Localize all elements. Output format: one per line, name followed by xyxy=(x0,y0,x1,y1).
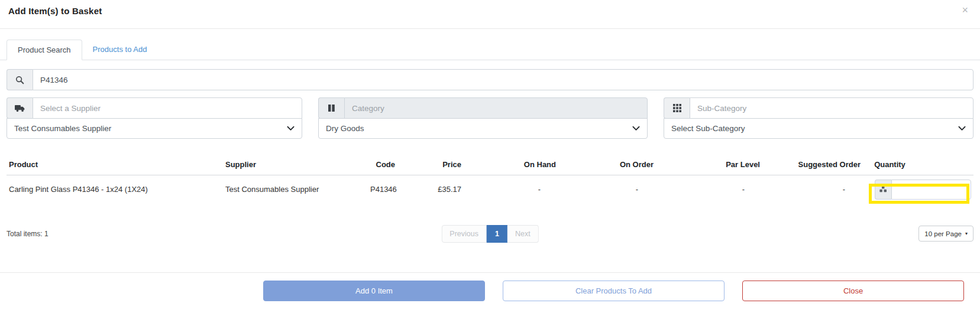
category-select-value: Dry Goods xyxy=(326,124,364,133)
table-header-row: Product Supplier Code Price On Hand On O… xyxy=(7,155,973,175)
cell-quantity xyxy=(863,175,973,204)
supplier-select-value: Test Consumables Supplier xyxy=(14,124,111,133)
tab-bar: Product Search Products to Add xyxy=(0,40,980,60)
cell-supplier: Test Consumables Supplier xyxy=(223,175,368,204)
subcategory-search-group xyxy=(664,97,973,119)
category-search-input xyxy=(344,97,648,119)
chevron-down-icon xyxy=(958,126,966,131)
subcategory-select-value: Select Sub-Category xyxy=(671,124,745,133)
supplier-search-input[interactable] xyxy=(33,97,302,119)
pagination-next-button[interactable]: Next xyxy=(507,225,539,243)
col-header-suggested-order: Suggested Order xyxy=(762,155,863,175)
footer-divider xyxy=(0,272,980,273)
header-divider xyxy=(0,28,980,29)
cell-par-level: - xyxy=(656,175,762,204)
subcategory-select[interactable]: Select Sub-Category xyxy=(664,118,973,139)
supplier-select[interactable]: Test Consumables Supplier xyxy=(7,118,302,139)
cubes-icon xyxy=(875,180,891,200)
cell-on-order: - xyxy=(558,175,656,204)
cell-price: £35.17 xyxy=(397,175,464,204)
search-icon xyxy=(7,69,33,90)
col-header-quantity: Quantity xyxy=(863,155,973,175)
subcategory-filter: Select Sub-Category xyxy=(664,97,973,139)
modal-header: Add Item(s) to Basket × xyxy=(0,0,980,28)
col-header-on-hand: On Hand xyxy=(464,155,558,175)
page-size-dropdown[interactable]: 10 per Page ▾ xyxy=(918,226,973,242)
category-filter: Dry Goods xyxy=(318,97,648,139)
cell-product: Carling Pint Glass P41346 - 1x24 (1X24) xyxy=(7,175,223,204)
category-select[interactable]: Dry Goods xyxy=(318,118,648,139)
caret-down-icon: ▾ xyxy=(965,231,968,236)
col-header-par-level: Par Level xyxy=(656,155,762,175)
filters-row: Test Consumables Supplier Dry Goods Sele… xyxy=(7,97,973,139)
subcategory-search-input[interactable] xyxy=(690,97,973,119)
product-search-bar xyxy=(7,69,973,90)
col-header-on-order: On Order xyxy=(558,155,656,175)
col-header-supplier: Supplier xyxy=(223,155,368,175)
results-table: Product Supplier Code Price On Hand On O… xyxy=(7,155,973,204)
grid-icon xyxy=(664,97,690,119)
add-items-button[interactable]: Add 0 Item xyxy=(263,281,485,301)
chevron-down-icon xyxy=(287,126,295,131)
truck-icon xyxy=(7,97,33,119)
table-row: Carling Pint Glass P41346 - 1x24 (1X24) … xyxy=(7,175,973,204)
cell-code: P41346 xyxy=(368,175,397,204)
col-header-price: Price xyxy=(397,155,464,175)
category-search-group xyxy=(318,97,648,119)
close-icon[interactable]: × xyxy=(962,6,968,14)
chevron-down-icon xyxy=(632,126,640,131)
footer-actions: Add 0 Item Clear Products To Add Close xyxy=(263,281,980,301)
close-button[interactable]: Close xyxy=(742,281,964,301)
pagination-previous-button[interactable]: Previous xyxy=(441,225,487,243)
modal-title: Add Item(s) to Basket xyxy=(8,6,102,16)
cell-on-hand: - xyxy=(464,175,558,204)
supplier-search-group xyxy=(7,97,302,119)
footer-info-row: Total items: 1 Previous 1 Next 10 per Pa… xyxy=(7,225,973,243)
col-header-product: Product xyxy=(7,155,223,175)
supplier-filter: Test Consumables Supplier xyxy=(7,97,302,139)
quantity-input-group xyxy=(875,180,971,200)
col-header-code: Code xyxy=(368,155,397,175)
page-size-value: 10 per Page xyxy=(924,230,962,237)
cell-suggested-order: - xyxy=(762,175,863,204)
tab-products-to-add[interactable]: Products to Add xyxy=(82,40,158,60)
quantity-input[interactable] xyxy=(891,180,971,200)
pagination: Previous 1 Next xyxy=(441,225,538,243)
category-columns-icon xyxy=(318,97,344,119)
search-input[interactable] xyxy=(33,69,973,90)
pagination-page-1-button[interactable]: 1 xyxy=(487,225,507,243)
tab-product-search[interactable]: Product Search xyxy=(7,40,82,60)
clear-products-button[interactable]: Clear Products To Add xyxy=(503,281,725,301)
total-items-label: Total items: 1 xyxy=(7,230,48,238)
